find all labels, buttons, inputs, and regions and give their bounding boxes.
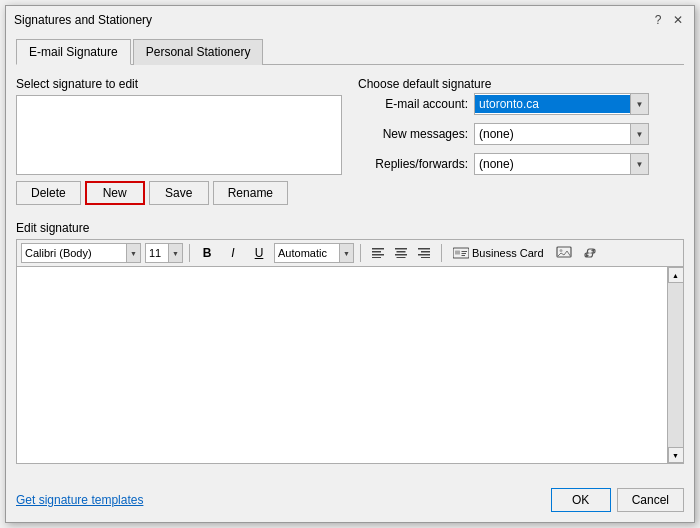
tabs: E-mail Signature Personal Stationery <box>16 38 684 65</box>
email-account-label: E-mail account: <box>358 97 468 111</box>
color-arrow-icon: ▼ <box>339 244 353 262</box>
new-messages-row: New messages: (none) ▼ <box>358 123 684 145</box>
align-group <box>367 243 435 263</box>
signature-editor[interactable] <box>17 267 667 463</box>
color-dropdown[interactable]: Automatic ▼ <box>274 243 354 263</box>
toolbar-separator-1 <box>189 244 190 262</box>
italic-button[interactable]: I <box>222 243 244 263</box>
insert-picture-icon <box>556 246 572 260</box>
business-card-icon <box>453 246 469 260</box>
svg-rect-1 <box>372 251 381 253</box>
email-account-dropdown[interactable]: utoronto.ca ▼ <box>474 93 649 115</box>
top-section: Select signature to edit Delete New Save… <box>16 77 684 205</box>
email-account-value: utoronto.ca <box>475 95 630 113</box>
align-left-icon <box>372 248 384 258</box>
new-messages-dropdown[interactable]: (none) ▼ <box>474 123 649 145</box>
svg-rect-13 <box>455 251 460 255</box>
insert-picture-button[interactable] <box>553 243 575 263</box>
svg-rect-4 <box>395 248 407 250</box>
business-card-label: Business Card <box>472 247 544 259</box>
signature-buttons: Delete New Save Rename <box>16 181 342 205</box>
tab-personal-stationery[interactable]: Personal Stationery <box>133 39 264 65</box>
new-button[interactable]: New <box>85 181 145 205</box>
svg-point-18 <box>559 249 562 252</box>
title-bar-buttons: ? ✕ <box>650 12 686 28</box>
insert-hyperlink-button[interactable] <box>579 243 601 263</box>
color-value: Automatic <box>275 246 339 260</box>
business-card-button[interactable]: Business Card <box>448 243 549 263</box>
svg-rect-10 <box>418 254 430 256</box>
signature-toolbar: Calibri (Body) ▼ 11 ▼ B I U Automatic ▼ <box>16 239 684 266</box>
dialog-actions: OK Cancel <box>551 488 684 512</box>
email-account-row: E-mail account: utoronto.ca ▼ <box>358 93 684 115</box>
svg-rect-11 <box>421 257 430 258</box>
align-right-button[interactable] <box>413 243 435 263</box>
toolbar-separator-3 <box>441 244 442 262</box>
toolbar-separator-2 <box>360 244 361 262</box>
svg-rect-2 <box>372 254 384 256</box>
replies-value: (none) <box>475 155 630 173</box>
align-center-icon <box>395 248 407 258</box>
signature-list-box[interactable] <box>16 95 342 175</box>
ok-button[interactable]: OK <box>551 488 611 512</box>
editor-wrapper: ▲ ▼ <box>16 266 684 464</box>
left-panel: Select signature to edit Delete New Save… <box>16 77 342 205</box>
editor-scrollbar: ▲ ▼ <box>667 267 683 463</box>
scrollbar-track <box>668 283 683 447</box>
scrollbar-up-arrow[interactable]: ▲ <box>668 267 684 283</box>
delete-button[interactable]: Delete <box>16 181 81 205</box>
dialog-title: Signatures and Stationery <box>14 13 152 27</box>
align-left-button[interactable] <box>367 243 389 263</box>
underline-button[interactable]: U <box>248 243 270 263</box>
replies-dropdown[interactable]: (none) ▼ <box>474 153 649 175</box>
svg-rect-3 <box>372 257 381 258</box>
main-content: Select signature to edit Delete New Save… <box>16 65 684 512</box>
edit-signature-label: Edit signature <box>16 221 684 235</box>
svg-rect-7 <box>397 257 406 258</box>
right-panel: Choose default signature E-mail account:… <box>358 77 684 205</box>
help-button[interactable]: ? <box>650 12 666 28</box>
rename-button[interactable]: Rename <box>213 181 288 205</box>
email-account-arrow-icon: ▼ <box>630 94 648 114</box>
edit-signature-section: Edit signature Calibri (Body) ▼ 11 ▼ B I… <box>16 221 684 464</box>
scrollbar-down-arrow[interactable]: ▼ <box>668 447 684 463</box>
font-size-value: 11 <box>146 246 168 260</box>
replies-label: Replies/forwards: <box>358 157 468 171</box>
svg-rect-0 <box>372 248 384 250</box>
font-size-arrow-icon: ▼ <box>168 244 182 262</box>
get-templates-link[interactable]: Get signature templates <box>16 493 143 507</box>
select-signature-label: Select signature to edit <box>16 77 342 91</box>
font-dropdown-arrow-icon: ▼ <box>126 244 140 262</box>
new-messages-arrow-icon: ▼ <box>630 124 648 144</box>
new-messages-value: (none) <box>475 125 630 143</box>
bottom-bar: Get signature templates OK Cancel <box>16 480 684 512</box>
font-dropdown[interactable]: Calibri (Body) ▼ <box>21 243 141 263</box>
insert-hyperlink-icon <box>582 246 598 260</box>
new-messages-label: New messages: <box>358 127 468 141</box>
close-button[interactable]: ✕ <box>670 12 686 28</box>
font-size-dropdown[interactable]: 11 ▼ <box>145 243 183 263</box>
replies-row: Replies/forwards: (none) ▼ <box>358 153 684 175</box>
title-bar: Signatures and Stationery ? ✕ <box>6 6 694 34</box>
dialog: Signatures and Stationery ? ✕ E-mail Sig… <box>5 5 695 523</box>
choose-default-label: Choose default signature <box>358 77 684 91</box>
align-center-button[interactable] <box>390 243 412 263</box>
svg-rect-9 <box>421 251 430 253</box>
svg-rect-5 <box>397 251 406 253</box>
choose-default: E-mail account: utoronto.ca ▼ New messag… <box>358 93 684 179</box>
dialog-body: E-mail Signature Personal Stationery Sel… <box>6 34 694 522</box>
svg-rect-8 <box>418 248 430 250</box>
replies-arrow-icon: ▼ <box>630 154 648 174</box>
cancel-button[interactable]: Cancel <box>617 488 684 512</box>
tab-email-signature[interactable]: E-mail Signature <box>16 39 131 65</box>
save-button[interactable]: Save <box>149 181 209 205</box>
svg-rect-6 <box>395 254 407 256</box>
bold-button[interactable]: B <box>196 243 218 263</box>
font-name-value: Calibri (Body) <box>22 246 126 260</box>
align-right-icon <box>418 248 430 258</box>
